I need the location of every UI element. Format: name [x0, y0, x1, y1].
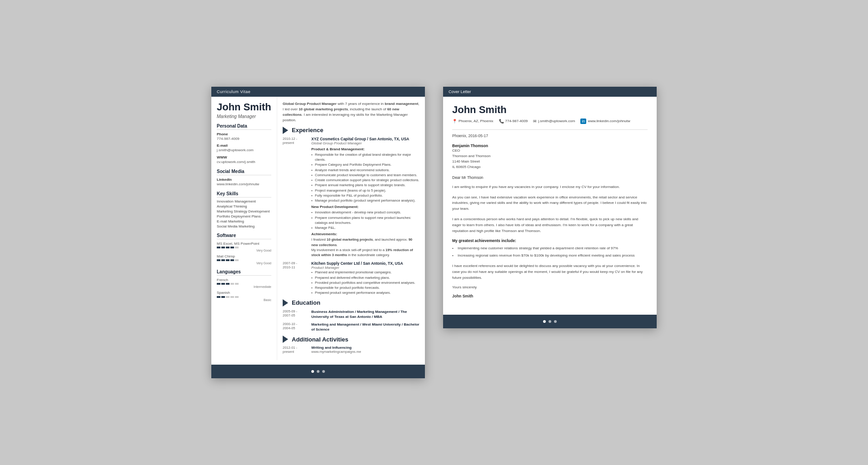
exp-row-2: 2007-09 -2010-11 Kitchen Supply Center L…: [283, 261, 419, 295]
mailchimp-rating: [217, 259, 271, 261]
bullet-k1: Planned and implemented promotional camp…: [311, 270, 419, 275]
bullet-2: Prepare Category and Portfolio Deploymen…: [311, 162, 419, 167]
bullet-9: Manage product portfolio (product segmen…: [311, 198, 419, 203]
dot5: [235, 247, 239, 248]
dot3: [226, 283, 229, 285]
exp-dates-2: 2007-09 -2010-11: [283, 261, 308, 295]
lang-spanish: Spanish Basic: [217, 290, 271, 301]
software-mailchimp: Mail Chimp Very Good: [217, 254, 271, 265]
skill-innovation: Innovation Management: [217, 199, 271, 203]
act-url-1: www.mymarketingcampaigns.me: [311, 350, 419, 354]
bullet-npd-1: Innovation development - develop new pro…: [311, 210, 419, 215]
contact-email: ✉ j.smith@uptowork.com: [533, 119, 575, 124]
cv-header-label: Curriculum Vitae: [217, 89, 250, 94]
edu-degree-2: Marketing and Management / West Miami Un…: [311, 322, 419, 332]
dot-3: [554, 320, 557, 323]
edu-dates-1: 2005-09 -2007-05: [283, 309, 308, 319]
cv-footer: [211, 365, 425, 378]
activities-arrow: [283, 336, 288, 343]
phone-icon: 📞: [499, 119, 504, 124]
dot4: [230, 296, 234, 298]
cover-divider: [452, 129, 648, 130]
exp-role-2: Product Manager: [311, 266, 419, 270]
phone-text: 774-987-4009: [505, 119, 528, 123]
software-title: Software: [217, 233, 271, 239]
exp-subsection-npd: New Product Development:: [311, 205, 419, 209]
contact-location: 📍 Phoenix, AZ, Phoenix: [452, 119, 494, 124]
linkedin-icon: in: [580, 119, 586, 124]
cv-header-bar: Curriculum Vitae: [211, 87, 425, 97]
exp-company-1: XYZ Cosmetics Capital Group / San Antoni…: [311, 137, 419, 141]
experience-arrow: [283, 127, 288, 134]
lang-french: French Intermediate: [217, 277, 271, 288]
cover-closing: I have excellent references and would be…: [452, 263, 648, 281]
excel-rating: [217, 247, 271, 248]
cover-achievements-title: My greatest achievements include:: [452, 238, 648, 243]
email-text: j.smith@uptowork.com: [538, 119, 575, 123]
dot-2: [317, 370, 319, 373]
linkedin-label: LinkedIn: [217, 178, 271, 182]
dot-1: [311, 370, 314, 373]
experience-title: Experience: [292, 127, 323, 134]
cover-header-bar: Cover Letter: [443, 87, 657, 97]
email-label: E-mail: [217, 143, 271, 148]
cv-job-title: Marketing Manager: [217, 114, 271, 119]
achievement-1: I finalized 10 global marketing projects…: [311, 237, 419, 247]
cv-sidebar: John Smith Marketing Manager Personal Da…: [211, 97, 277, 361]
dot1: [217, 296, 220, 298]
spanish-rating: [217, 296, 271, 298]
edu-entry-2: 2000-10 -2004-05 Marketing and Managemen…: [283, 322, 419, 332]
personal-data-title: Personal Data: [217, 124, 271, 130]
dot5: [235, 259, 239, 261]
www-value: cv.uptowork.com/j.smith: [217, 159, 271, 164]
act-row-1: 2012-01 -present Writing and Influencing…: [283, 346, 419, 354]
key-skills-title: Key Skills: [217, 191, 271, 198]
dot3: [226, 296, 229, 298]
cv-intro: Global Group Product Manager with 7 year…: [283, 101, 419, 123]
education-title: Education: [292, 299, 320, 306]
dot1: [217, 247, 220, 248]
skill-email: E-mail Marketing: [217, 219, 271, 223]
bullet-4: Communicate product knowledge to custome…: [311, 173, 419, 178]
languages-title: Languages: [217, 269, 271, 276]
social-media-title: Social Media: [217, 169, 271, 175]
recipient-company: Thomson and Thomson: [452, 153, 648, 159]
bullet-8: Fully responsible for P&L of product por…: [311, 193, 419, 198]
dot2: [221, 247, 225, 248]
dot3: [226, 247, 229, 248]
experience-entry-2: 2007-09 -2010-11 Kitchen Supply Center L…: [283, 261, 419, 295]
linkedin-text: www.linkedin.com/johnutw: [588, 119, 630, 123]
edu-content-2: Marketing and Management / West Miami Un…: [311, 322, 419, 332]
cover-para-3: I am a conscientious person who works ha…: [452, 217, 648, 234]
exp-subsection-brand: Product & Brand Management:: [311, 147, 419, 151]
cv-main-content: Global Group Product Manager with 7 year…: [277, 97, 425, 361]
recipient-title: CEO: [452, 148, 648, 153]
cover-para-2: As you can see, I have had extensive vac…: [452, 195, 648, 212]
dot5: [235, 283, 239, 285]
bullet-k3: Provided product portfolios and competit…: [311, 280, 419, 285]
bullet-3: Analyze market trends and recommend solu…: [311, 168, 419, 173]
french-rating: [217, 283, 271, 285]
cover-header-label: Cover Letter: [449, 89, 471, 94]
email-value: j.smith@uptowork.com: [217, 148, 271, 153]
contact-linkedin: in www.linkedin.com/johnutw: [580, 119, 630, 124]
dot4: [230, 259, 234, 261]
phone-label: Phone: [217, 132, 271, 136]
dot4: [230, 283, 234, 285]
phone-value: 774-987-4009: [217, 136, 271, 141]
dot1: [217, 283, 220, 285]
exp-content-1: XYZ Cosmetics Capital Group / San Antoni…: [311, 137, 419, 258]
edu-entry-1: 2005-09 -2007-05 Business Administration…: [283, 309, 419, 319]
skill-marketing-strategy: Marketing Strategy Development: [217, 209, 271, 213]
contact-phone: 📞 774-987-4009: [499, 119, 528, 124]
cv-body: John Smith Marketing Manager Personal Da…: [211, 97, 425, 361]
bullet-npd-3: Manage P&L.: [311, 225, 419, 230]
education-arrow: [283, 299, 288, 307]
dot-3: [322, 370, 325, 373]
dot2: [221, 259, 225, 261]
documents-container: Curriculum Vitae John Smith Marketing Ma…: [211, 87, 657, 379]
education-section-header: Education: [283, 299, 419, 307]
cover-body: John Smith 📍 Phoenix, AZ, Phoenix 📞 774-…: [443, 97, 657, 306]
bullet-k5: Prepared product segment performance ana…: [311, 290, 419, 295]
cover-signature: John Smith: [452, 294, 648, 298]
